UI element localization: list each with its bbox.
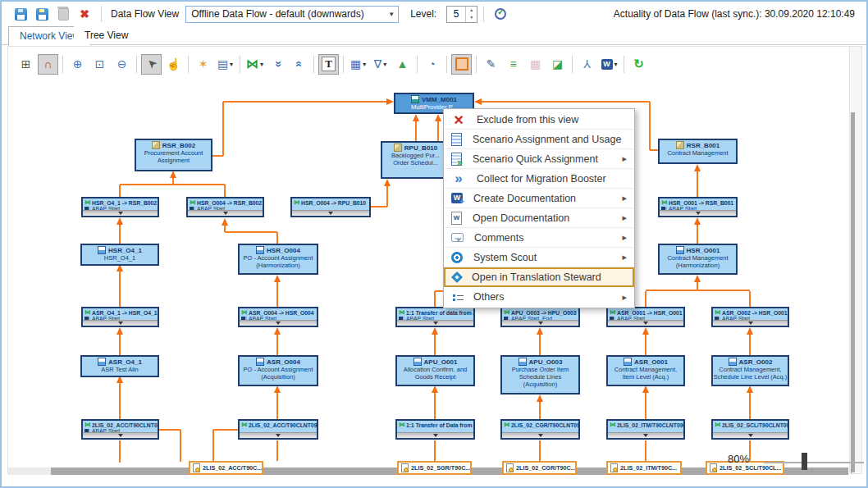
node-asr-o004[interactable]: ASR_O004PO - Account Assignment(Acquisit… <box>238 355 318 386</box>
transformation-hsr-o004-rpu-b010[interactable]: HSR_O004 -> RPU_B010 <box>290 197 371 217</box>
node-hsr-o004[interactable]: HSR_O004PO - Account Assignment(Harmoniz… <box>238 244 318 275</box>
magic-wand-button[interactable]: ✶ <box>193 54 213 75</box>
hierarchy-button[interactable]: Y <box>577 54 597 75</box>
zoom-in-button[interactable]: ⊕ <box>67 54 88 75</box>
table-search-button[interactable]: ▦▾ <box>348 54 368 75</box>
datasource-2lis-02-acc-t90c[interactable]: 2LIS_02_ACC/T90C... <box>189 461 263 475</box>
node-apu-o001[interactable]: APU_O001Allocation Confirm. andGoods Rec… <box>395 355 475 386</box>
spinner-up-icon[interactable]: ▲ <box>466 7 477 15</box>
menu-item-collect-for-migration-booster[interactable]: Collect for Migration Booster <box>444 169 634 189</box>
row-layout-button[interactable]: ▤▾ <box>215 54 235 75</box>
node-rpu-b010[interactable]: RPU_B010Backlogged Pur...Order Schedul..… <box>381 141 450 179</box>
expander-bar[interactable] <box>240 320 317 326</box>
node-apu-o003[interactable]: APU_O003Purchase Order ItemSchedule Line… <box>500 355 580 395</box>
transformation-asr-o004-hsr-o004[interactable]: ASR_O004 -> HSR_O004ABAP Start <box>238 307 318 327</box>
zoom-out-button[interactable]: ⊖ <box>112 54 132 75</box>
save-button[interactable] <box>11 5 30 23</box>
transformation-hsr-o004-rsr-b002[interactable]: HSR_O004 -> RSR_B002ABAP Start <box>186 197 264 217</box>
dropdown-arrow-icon[interactable]: ▾ <box>260 61 263 68</box>
expander-bar[interactable] <box>397 320 473 326</box>
transformation-hsr-o001-rsr-b001[interactable]: HSR_O001 -> RSR_B001ABAP Start <box>658 197 738 217</box>
datasource-2lis-02-itm-t90c[interactable]: 2LIS_02_ITM/T90C... <box>606 461 682 475</box>
text-mode-button[interactable]: T <box>318 54 339 75</box>
transformation-hsr-o4-1-rsr-b002[interactable]: HSR_O4_1 -> RSR_B002ABAP Start <box>81 197 159 217</box>
menu-item-exclude-from-this-view[interactable]: Exclude from this view <box>444 110 634 130</box>
layers-image-button[interactable]: ◪ <box>547 54 568 75</box>
expander-bar[interactable] <box>83 210 158 216</box>
transformation-2lis-02-cgr-t90clnt090[interactable]: 2LIS_02_CGR/T90CLNT090 ->... <box>500 419 580 440</box>
menu-item-system-scout[interactable]: System Scout▸ <box>444 248 634 267</box>
spinner-buttons[interactable]: ▲▼ <box>465 7 477 22</box>
zoom-fit-button[interactable]: ⊡ <box>89 54 110 75</box>
transformation-2lis-02-acc-t90clnt090[interactable]: 2LIS_02_ACC/T90CLNT090 ->...ABAP Start <box>81 419 159 440</box>
sync-status-button[interactable] <box>491 5 509 23</box>
spinner-down-icon[interactable]: ▼ <box>466 14 477 22</box>
transformation-asr-o002-hsr-o001[interactable]: ASR_O002 -> HSR_O001ABAP Start <box>711 307 789 327</box>
expander-bar[interactable] <box>188 210 263 216</box>
snap-magnet-button[interactable]: ∩ <box>38 54 58 75</box>
chart-button[interactable]: ▲ <box>392 54 413 75</box>
highlight-frame-button[interactable] <box>451 54 472 75</box>
layers-edit-button[interactable]: ✎ <box>481 54 501 75</box>
menu-item-open-documentation[interactable]: Open Documentation▸ <box>444 208 634 228</box>
align-bowtie-button[interactable]: ⋈▾ <box>244 54 265 75</box>
expander-bar[interactable] <box>292 210 369 216</box>
transformation-asr-o4-1-hsr-o4-1[interactable]: ASR_O4_1 -> HSR_O4_1ABAP Start <box>81 307 159 327</box>
delete-button[interactable] <box>54 5 72 23</box>
lock-history-button[interactable]: ◔ <box>422 54 442 75</box>
menu-item-scenario-assignment-and-usage[interactable]: Scenario Assignment and Usage <box>444 130 634 149</box>
menu-item-comments[interactable]: Comments▸ <box>444 228 634 248</box>
chevron-down-icon[interactable]: ▼ <box>385 11 398 18</box>
vertical-scrollbar-thumb[interactable] <box>851 112 855 472</box>
palette-grid-button[interactable]: ▦ <box>525 54 546 75</box>
node-hsr-o001[interactable]: HSR_O001Contract Management(Harmonizatio… <box>658 244 738 275</box>
transformation-asr-o001-hsr-o001[interactable]: ASR_O001 -> HSR_O001ABAP Start <box>606 307 685 327</box>
data-flow-combo[interactable]: Offline Data Flow - default (downwards) … <box>185 6 399 23</box>
level-spinner[interactable]: 5 ▲▼ <box>446 6 477 23</box>
node-rsr-b002[interactable]: RSR_B002Procurement AccountAssignment <box>135 139 212 171</box>
expander-bar[interactable] <box>502 320 578 326</box>
pan-hand-button[interactable]: ☝ <box>163 54 184 75</box>
expander-bar[interactable] <box>502 432 578 438</box>
filter-button[interactable]: ∇▾ <box>370 54 391 75</box>
transformation-1-1-transfer-of-data-from-2lis[interactable]: 1:1 Transfer of Data from 2LIS... <box>395 419 475 440</box>
dropdown-arrow-icon[interactable]: ▾ <box>614 61 618 68</box>
collapse-all-button[interactable]: « <box>267 54 287 75</box>
transformation-2lis-02-scl-t90clnt090[interactable]: 2LIS_02_SCL/T90CLNT090 ->... <box>711 419 789 440</box>
node-asr-o002[interactable]: ASR_O002Contract Management,Schedule Lin… <box>711 355 789 386</box>
word-export-button[interactable]: W▾ <box>599 54 619 75</box>
save-as-button[interactable] <box>33 5 51 23</box>
datasource-2lis-02-cgr-t90c[interactable]: 2LIS_02_CGR/T90C... <box>502 461 577 475</box>
menu-item-others[interactable]: Others▸ <box>444 287 634 307</box>
transformation-2lis-02-itm-t90clnt090[interactable]: 2LIS_02_ITM/T90CLNT090 ->... <box>606 419 685 440</box>
expander-bar[interactable] <box>397 432 473 438</box>
pointer-button[interactable]: ➤ <box>141 54 162 75</box>
dropdown-arrow-icon[interactable]: ▾ <box>383 61 386 68</box>
zoom-slider-track[interactable] <box>764 462 864 463</box>
grid-button[interactable]: ⊞ <box>16 54 36 75</box>
dropdown-arrow-icon[interactable]: ▾ <box>230 61 233 68</box>
node-asr-o001[interactable]: ASR_O001Contract Management,Item Level (… <box>606 355 685 386</box>
transformation-1-1-transfer-of-data-from-apu[interactable]: 1:1 Transfer of data from APU...ABAP Sta… <box>395 307 475 327</box>
expander-bar[interactable] <box>713 432 788 438</box>
refresh-button[interactable]: ↻ <box>628 54 649 75</box>
tab-tree-view[interactable]: Tree View <box>74 26 139 44</box>
expand-all-button[interactable]: « <box>289 54 309 75</box>
menu-item-open-in-translation-steward[interactable]: Open in Translation Steward <box>444 267 634 287</box>
expander-bar[interactable] <box>660 210 736 216</box>
layers-button[interactable]: ≡ <box>503 54 523 75</box>
expander-bar[interactable] <box>83 320 158 326</box>
expander-bar[interactable] <box>240 432 317 438</box>
expander-bar[interactable] <box>713 320 788 326</box>
menu-item-scenario-quick-assignment[interactable]: Scenario Quick Assignment▸ <box>444 149 634 169</box>
remove-view-button[interactable]: ✖ <box>75 5 94 23</box>
vertical-scrollbar[interactable] <box>849 47 861 472</box>
expander-bar[interactable] <box>83 432 158 438</box>
node-asr-o4-1[interactable]: ASR_O4_1ASR Test Alin <box>80 355 159 377</box>
expander-bar[interactable] <box>608 320 683 326</box>
dropdown-arrow-icon[interactable]: ▾ <box>363 61 366 68</box>
expander-bar[interactable] <box>608 432 683 438</box>
node-rsr-b001[interactable]: RSR_B001Contract Management <box>658 139 738 164</box>
node-hsr-o4-1[interactable]: HSR_O4_1HSR_O4_1 <box>80 244 159 266</box>
transformation-2lis-02-acc-t90clnt090[interactable]: 2LIS_02_ACC/T90CLNT090 ->... <box>238 419 318 440</box>
